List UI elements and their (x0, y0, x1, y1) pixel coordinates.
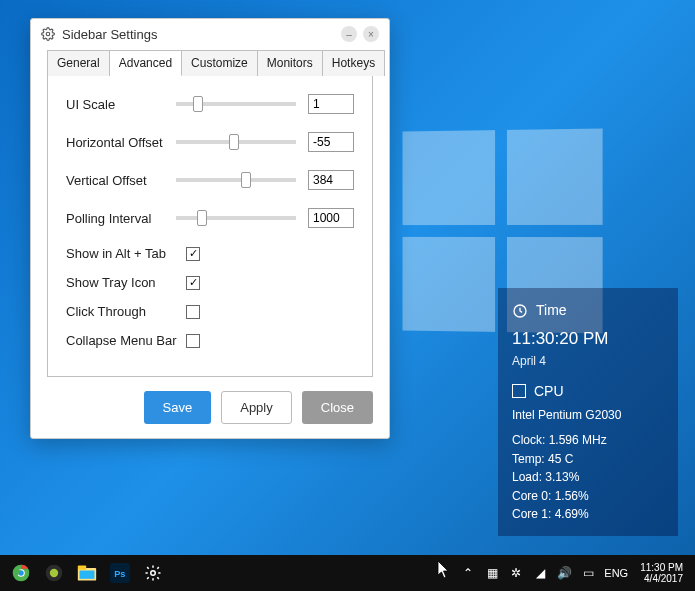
tray-language[interactable]: ENG (604, 567, 628, 579)
tray-volume-icon[interactable]: 🔊 (556, 565, 572, 581)
horizontal-offset-value[interactable]: -55 (308, 132, 354, 152)
tab-monitors[interactable]: Monitors (258, 50, 323, 76)
ui-scale-slider[interactable] (176, 102, 296, 106)
cpu-section-header: CPU (512, 381, 664, 403)
slider-thumb[interactable] (193, 96, 203, 112)
ui-scale-label: UI Scale (66, 97, 176, 112)
minimize-button[interactable]: – (341, 26, 357, 42)
tab-general[interactable]: General (47, 50, 110, 76)
polling-interval-row: Polling Interval 1000 (66, 208, 354, 228)
cpu-stat: Temp: 45 C (512, 450, 664, 469)
taskbar-clock[interactable]: 11:30 PM 4/4/2017 (636, 562, 687, 585)
ui-scale-row: UI Scale 1 (66, 94, 354, 114)
click-through-row: Click Through (66, 304, 354, 319)
click-through-label: Click Through (66, 304, 186, 319)
tab-hotkeys[interactable]: Hotkeys (323, 50, 385, 76)
tray-security-icon[interactable]: ✲ (508, 565, 524, 581)
slider-thumb[interactable] (197, 210, 207, 226)
svg-point-12 (151, 571, 156, 576)
svg-rect-8 (78, 566, 86, 570)
tab-advanced[interactable]: Advanced (110, 50, 182, 76)
slider-thumb[interactable] (229, 134, 239, 150)
svg-point-6 (50, 569, 58, 577)
tray-action-center-icon[interactable]: ▭ (580, 565, 596, 581)
gear-icon (41, 27, 55, 41)
vertical-offset-slider[interactable] (176, 178, 296, 182)
settings-dialog: Sidebar Settings – × General Advanced Cu… (30, 18, 390, 439)
show-tray-icon-checkbox[interactable]: ✓ (186, 276, 200, 290)
show-tray-icon-row: Show Tray Icon ✓ (66, 275, 354, 290)
svg-text:Ps: Ps (114, 569, 125, 579)
show-alt-tab-checkbox[interactable]: ✓ (186, 247, 200, 261)
cpu-name: Intel Pentium G2030 (512, 406, 664, 425)
collapse-menu-bar-row: Collapse Menu Bar (66, 333, 354, 348)
sidebar-widget: Time 11:30:20 PM April 4 CPU Intel Penti… (498, 288, 678, 536)
vertical-offset-label: Vertical Offset (66, 173, 176, 188)
horizontal-offset-label: Horizontal Offset (66, 135, 176, 150)
cpu-stat: Load: 3.13% (512, 468, 664, 487)
tab-strip: General Advanced Customize Monitors Hotk… (31, 49, 389, 75)
collapse-menu-bar-label: Collapse Menu Bar (66, 333, 186, 348)
vertical-offset-row: Vertical Offset 384 (66, 170, 354, 190)
collapse-menu-bar-checkbox[interactable] (186, 334, 200, 348)
photoshop-icon[interactable]: Ps (105, 559, 135, 587)
save-button[interactable]: Save (144, 391, 212, 424)
ui-scale-value[interactable]: 1 (308, 94, 354, 114)
svg-rect-9 (80, 571, 95, 579)
taskbar-time: 11:30 PM (640, 562, 683, 574)
horizontal-offset-slider[interactable] (176, 140, 296, 144)
horizontal-offset-row: Horizontal Offset -55 (66, 132, 354, 152)
time-label: Time (536, 300, 567, 322)
taskbar[interactable]: Ps ⌃ ▦ ✲ ◢ 🔊 ▭ ENG 11:30 PM 4/4/2017 (0, 555, 695, 591)
file-explorer-icon[interactable] (72, 559, 102, 587)
show-alt-tab-label: Show in Alt + Tab (66, 246, 186, 261)
close-window-button[interactable]: × (363, 26, 379, 42)
tray-network-icon[interactable]: ◢ (532, 565, 548, 581)
tab-customize[interactable]: Customize (182, 50, 258, 76)
tab-panel-advanced: UI Scale 1 Horizontal Offset -55 Vertica… (47, 75, 373, 377)
taskbar-date: 4/4/2017 (640, 573, 683, 585)
show-alt-tab-row: Show in Alt + Tab ✓ (66, 246, 354, 261)
cpu-stat: Core 1: 4.69% (512, 505, 664, 524)
polling-interval-label: Polling Interval (66, 211, 176, 226)
slider-thumb[interactable] (241, 172, 251, 188)
date-value: April 4 (512, 352, 664, 371)
window-title: Sidebar Settings (62, 27, 157, 42)
cpu-icon (512, 384, 526, 398)
cpu-stat: Clock: 1.596 MHz (512, 431, 664, 450)
time-value: 11:30:20 PM (512, 326, 664, 352)
android-studio-icon[interactable] (39, 559, 69, 587)
titlebar[interactable]: Sidebar Settings – × (31, 19, 389, 49)
clock-icon (512, 303, 528, 319)
cpu-label: CPU (534, 381, 564, 403)
tray-app-icon[interactable]: ▦ (484, 565, 500, 581)
polling-interval-value[interactable]: 1000 (308, 208, 354, 228)
svg-point-1 (46, 32, 50, 36)
polling-interval-slider[interactable] (176, 216, 296, 220)
chrome-icon[interactable] (6, 559, 36, 587)
apply-button[interactable]: Apply (221, 391, 292, 424)
vertical-offset-value[interactable]: 384 (308, 170, 354, 190)
cpu-stat: Core 0: 1.56% (512, 487, 664, 506)
click-through-checkbox[interactable] (186, 305, 200, 319)
dialog-button-row: Save Apply Close (31, 391, 389, 438)
tray-chevron-icon[interactable]: ⌃ (460, 565, 476, 581)
show-tray-icon-label: Show Tray Icon (66, 275, 186, 290)
settings-taskbar-icon[interactable] (138, 559, 168, 587)
time-section-header: Time (512, 300, 664, 322)
close-button[interactable]: Close (302, 391, 373, 424)
